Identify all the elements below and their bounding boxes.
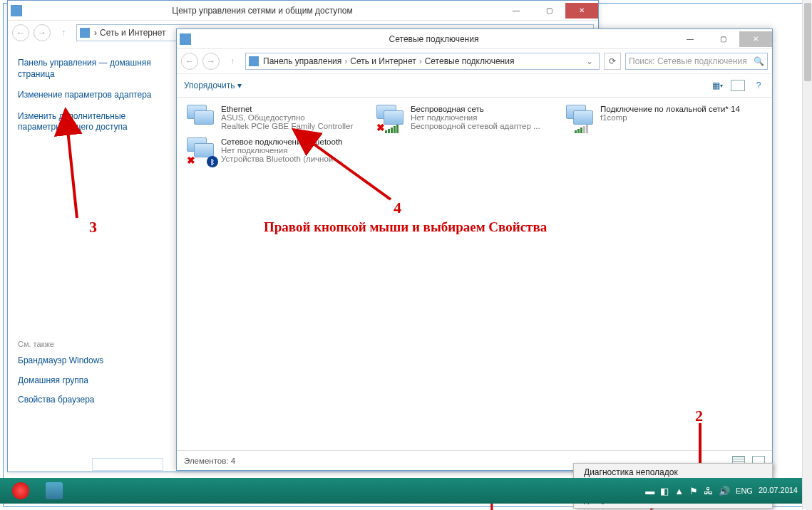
clock[interactable]: 20.07.2014 [759,486,802,495]
signal-bars-icon [575,125,588,133]
action-center-icon[interactable]: ⚑ [689,486,698,496]
window-network-connections: Сетевые подключения — ▢ ✕ ← → ↑ Панель у… [176,28,773,471]
language-indicator[interactable]: ENG [736,486,753,495]
link-adapter-settings[interactable]: Изменение параметров адаптера [18,90,153,101]
disconnected-icon: ✖ [187,155,195,166]
conn-name: Беспроводная сеть [411,105,540,113]
window-icon [177,33,194,45]
network-icon: ✖ [376,105,405,133]
bluetooth-icon: ᛒ [207,156,218,167]
forward-button[interactable]: → [34,24,51,41]
chevron-down-icon: ▾ [237,80,242,90]
search-icon: 🔍 [754,56,764,66]
network-icon[interactable]: 🖧 [704,486,713,496]
network-icon [566,105,595,133]
scroll-thumb[interactable] [804,3,811,81]
window-title: Сетевые подключения [194,34,674,44]
date: 20.07.2014 [759,486,798,495]
preview-pane-button[interactable] [731,80,745,91]
connection-item-bluetooth[interactable]: ✖ ᛒ Сетевое подключение Bluetooth Нет по… [187,137,364,166]
help-button[interactable]: ? [752,79,765,92]
taskbar: ▬ ◧ ▲ ⚑ 🖧 🔊 ENG 20.07.2014 [0,478,806,504]
conn-name: Ethernet [221,105,353,113]
nav-row: ← → ↑ Панель управления› Сеть и Интернет… [177,49,772,73]
crumb-root: Сеть и Интернет [97,28,165,38]
maximize-button[interactable]: ▢ [533,3,565,19]
back-button[interactable]: ← [12,24,29,41]
control-panel-sidebar: Панель управления — домашняя страница Из… [8,45,163,472]
tray-icon[interactable]: ◧ [660,486,669,496]
network-icon [187,105,215,133]
crumb-2[interactable]: Сетевые подключения [425,56,515,66]
up-button[interactable]: ↑ [224,53,241,70]
conn-name: Подключение по локальной сети* 14 [600,105,740,113]
tray-hidden-icons[interactable]: ▲ [674,486,684,496]
conn-device: Беспроводной сетевой адаптер ... [411,122,540,130]
search-input[interactable]: Поиск: Сетевые подключения 🔍 [625,53,768,70]
close-button[interactable]: ✕ [565,3,598,19]
system-tray: ▬ ◧ ▲ ⚑ 🖧 🔊 ENG 20.07.2014 [645,486,802,496]
annotation-number-3: 3 [89,218,97,236]
window-title: Центр управления сетями и общим доступом [25,6,500,16]
connection-item-wireless[interactable]: ✖ Беспроводная сеть Нет подключения Бесп… [376,105,553,133]
maximize-button[interactable]: ▢ [706,31,739,47]
decorative-fragment [92,458,163,471]
link-browser-props[interactable]: Свойства браузера [18,395,153,406]
location-icon [80,28,90,38]
crumb-dropdown-icon[interactable]: ⌄ [586,56,596,66]
minimize-button[interactable]: — [500,3,533,19]
annotation-number-2: 2 [695,407,703,425]
crumb-1[interactable]: Сеть и Интернет [350,56,416,66]
organize-button[interactable]: Упорядочить ▾ [184,80,242,90]
conn-status: Нет подключения [411,113,540,122]
network-icon: ✖ ᛒ [187,137,215,166]
conn-name: Сетевое подключение Bluetooth [221,137,343,146]
conn-status: ASUS, Общедоступно [221,113,353,122]
up-button[interactable]: ↑ [55,24,72,41]
volume-icon[interactable]: 🔊 [719,486,730,496]
conn-device: Realtek PCIe GBE Family Controller [221,122,353,130]
forward-button[interactable]: → [202,53,220,70]
page-scrollbar[interactable] [802,0,812,510]
item-count: Элементов: 4 [184,457,235,465]
close-button[interactable]: ✕ [739,31,772,47]
connections-list: Ethernet ASUS, Общедоступно Realtek PCIe… [177,98,772,173]
disconnected-icon: ✖ [376,122,385,133]
toolbar: Упорядочить ▾ ▦▾ ? [177,73,772,98]
minimize-button[interactable]: — [674,31,706,47]
taskbar-app-opera[interactable] [4,480,37,501]
connection-item-lan14[interactable]: Подключение по локальной сети* 14 f1comp [566,105,743,133]
conn-status: f1comp [600,113,740,122]
conn-device: Устройства Bluetooth (личной ... [221,155,343,163]
conn-status: Нет подключения [221,146,343,155]
tray-icon[interactable]: ▬ [645,486,654,496]
back-button[interactable]: ← [181,53,198,70]
link-firewall[interactable]: Брандмауэр Windows [18,355,153,367]
refresh-button[interactable]: ⟳ [604,53,621,70]
organize-label: Упорядочить [184,80,235,90]
search-placeholder: Поиск: Сетевые подключения [629,56,747,66]
link-homegroup[interactable]: Домашняя группа [18,375,153,387]
taskbar-app-control-panel[interactable] [38,480,71,501]
location-icon [249,56,259,66]
titlebar: Сетевые подключения — ▢ ✕ [177,29,772,49]
annotation-instruction: Правой кнопкой мыши и выбираем Свойства [264,219,547,235]
annotation-number-4: 4 [394,199,401,217]
link-home[interactable]: Панель управления — домашняя страница [18,58,153,80]
link-sharing-settings[interactable]: Изменить дополнительные параметры общего… [18,111,153,133]
view-options-button[interactable]: ▦▾ [711,79,724,92]
breadcrumb[interactable]: Панель управления› Сеть и Интернет› Сете… [245,53,600,70]
window-icon [8,5,25,16]
signal-bars-icon [385,125,399,133]
see-also-label: См. также [18,340,153,348]
titlebar: Центр управления сетями и общим доступом… [8,1,598,21]
crumb-0[interactable]: Панель управления [263,56,341,66]
connection-item-ethernet[interactable]: Ethernet ASUS, Общедоступно Realtek PCIe… [187,105,364,133]
